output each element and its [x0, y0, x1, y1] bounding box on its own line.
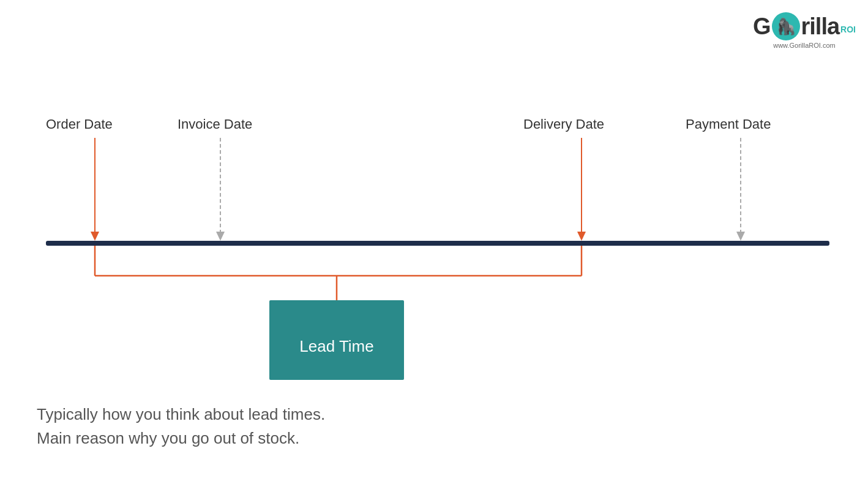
- logo: G 🦍 rilla ROI www.GorillaROI.com: [753, 12, 856, 49]
- logo-roi: ROI: [840, 25, 856, 34]
- logo-url: www.GorillaROI.com: [773, 42, 835, 49]
- lead-time-label: Lead Time: [299, 337, 373, 355]
- footer-text: Typically how you think about lead times…: [37, 403, 325, 450]
- footer-line2: Main reason why you go out of stock.: [37, 426, 325, 450]
- delivery-date-label: Delivery Date: [523, 116, 604, 132]
- svg-marker-3: [216, 232, 225, 241]
- svg-rect-8: [46, 241, 829, 246]
- invoice-date-label: Invoice Date: [178, 116, 252, 132]
- svg-rect-14: [269, 300, 404, 380]
- logo-rilla: rilla: [801, 13, 840, 40]
- svg-marker-1: [91, 232, 99, 241]
- order-date-label: Order Date: [46, 116, 113, 132]
- svg-marker-7: [736, 232, 745, 241]
- footer-line1: Typically how you think about lead times…: [37, 403, 325, 426]
- logo-icon: 🦍: [772, 12, 800, 40]
- logo-g: G: [753, 13, 771, 40]
- payment-date-label: Payment Date: [686, 116, 771, 132]
- gorilla-face-icon: 🦍: [776, 18, 796, 34]
- svg-marker-5: [577, 232, 586, 241]
